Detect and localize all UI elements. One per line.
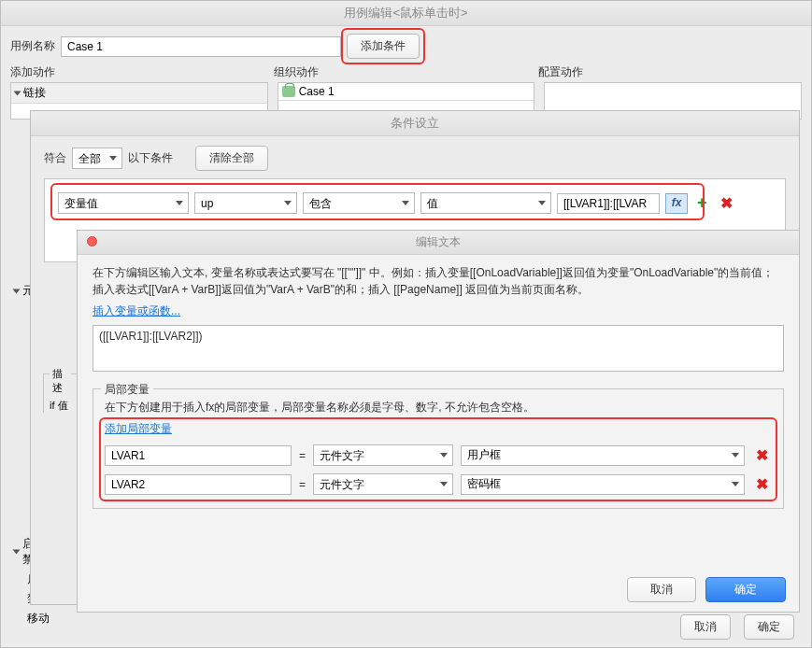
remove-lvar-icon[interactable]: ✖ <box>752 475 772 493</box>
lvar-name-input[interactable] <box>105 445 292 466</box>
tree-item-link[interactable]: 链接 <box>11 83 267 104</box>
lvar-type-select[interactable]: 元件文字 <box>313 473 453 495</box>
add-condition-icon[interactable]: + <box>693 193 711 213</box>
chevron-down-icon <box>13 550 21 555</box>
chevron-down-icon <box>14 91 21 95</box>
case-icon <box>282 86 295 97</box>
remove-condition-icon[interactable]: ✖ <box>717 194 736 212</box>
condition-row: 变量值 up 包含 值 fx + ✖ <box>58 192 772 214</box>
cond-var-select[interactable]: up <box>194 192 297 214</box>
add-condition-button[interactable]: 添加条件 <box>347 34 420 59</box>
remove-lvar-icon[interactable]: ✖ <box>752 446 772 464</box>
case-name-label: 用例名称 <box>10 38 55 54</box>
local-vars-fieldset: 局部变量 在下方创建用于插入fx的局部变量，局部变量名称必须是字母、数字, 不允… <box>93 388 784 509</box>
case-item[interactable]: Case 1 <box>278 83 534 101</box>
equals-sign: = <box>299 449 306 462</box>
section-org-actions: 组织动作 <box>274 64 537 80</box>
et-cancel-button[interactable]: 取消 <box>627 577 696 602</box>
clear-all-button[interactable]: 清除全部 <box>195 146 268 171</box>
cond-value-input[interactable] <box>557 193 660 214</box>
help-text: 在下方编辑区输入文本, 变量名称或表达式要写在 "[[""]]" 中。例如：插入… <box>93 264 784 298</box>
chevron-down-icon[interactable] <box>732 453 739 458</box>
expression-input[interactable]: ([[LVAR1]]:[[LVAR2]]) <box>93 325 784 372</box>
lvar-target-input[interactable] <box>461 474 745 495</box>
lvar-target-input[interactable] <box>461 445 745 466</box>
section-add-actions: 添加动作 <box>10 64 274 80</box>
local-var-row: = 元件文字 ✖ <box>105 473 772 495</box>
local-vars-note: 在下方创建用于插入fx的局部变量，局部变量名称必须是字母、数字, 不允许包含空格… <box>105 399 772 416</box>
fx-button[interactable]: fx <box>665 193 688 214</box>
local-vars-legend: 局部变量 <box>101 382 153 398</box>
match-mode-select[interactable]: 全部 <box>72 148 122 169</box>
et-ok-button[interactable]: 确定 <box>705 577 786 602</box>
close-icon[interactable] <box>87 236 97 247</box>
insert-var-link[interactable]: 插入变量或函数... <box>93 304 180 317</box>
edit-text-title: 编辑文本 <box>78 231 799 255</box>
cond-op-select[interactable]: 包含 <box>303 192 415 214</box>
cond-type-select[interactable]: 变量值 <box>58 192 189 214</box>
add-local-var-link[interactable]: 添加局部变量 <box>105 422 172 435</box>
main-cancel-button[interactable]: 取消 <box>680 614 731 640</box>
window-title: 用例编辑<鼠标单击时> <box>1 1 811 26</box>
section-cfg-actions: 配置动作 <box>538 64 802 80</box>
local-var-row: = 元件文字 ✖ <box>105 444 772 466</box>
chevron-down-icon[interactable] <box>732 482 739 486</box>
equals-sign: = <box>299 478 306 491</box>
case-name-input[interactable] <box>61 36 341 57</box>
lvar-name-input[interactable] <box>105 474 292 495</box>
edit-text-window: 编辑文本 在下方编辑区输入文本, 变量名称或表达式要写在 "[[""]]" 中。… <box>77 230 800 613</box>
cond-rhs-type-select[interactable]: 值 <box>420 192 551 214</box>
description-section-stub: 描述 if 值 <box>43 373 77 413</box>
match-label: 符合 <box>44 150 66 166</box>
main-ok-button[interactable]: 确定 <box>744 614 794 640</box>
condition-title: 条件设立 <box>31 111 799 136</box>
lvar-type-select[interactable]: 元件文字 <box>313 444 453 466</box>
chevron-down-icon <box>13 289 21 293</box>
